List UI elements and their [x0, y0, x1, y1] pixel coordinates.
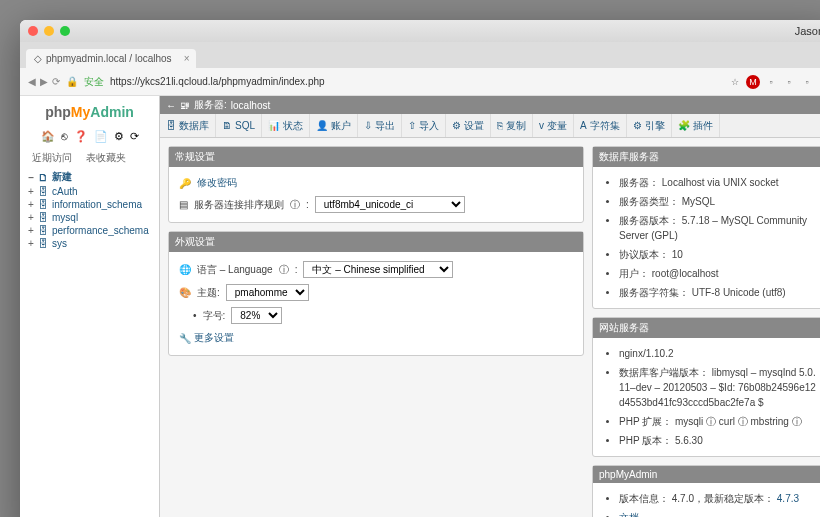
- logo: phpMyAdmin: [24, 100, 155, 128]
- help-icon[interactable]: ⓘ: [279, 263, 289, 277]
- reload-sidebar-icon[interactable]: ⟳: [130, 130, 139, 143]
- fontsize-select[interactable]: 82%: [231, 307, 282, 324]
- back-icon[interactable]: ◀: [28, 76, 36, 87]
- tab-plugins[interactable]: 🧩插件: [672, 114, 720, 137]
- forward-icon[interactable]: ▶: [40, 76, 48, 87]
- pma-link[interactable]: 文档: [619, 512, 639, 517]
- info-item: PHP 扩展： mysqli ⓘ curl ⓘ mbstring ⓘ: [619, 412, 820, 431]
- window-user: Jason: [70, 25, 820, 37]
- breadcrumb: ← 🖳 服务器: localhost: [160, 96, 820, 114]
- panels: 常规设置 🔑修改密码 ▤ 服务器连接排序规则 ⓘ: utf8mb4_unicod…: [160, 138, 820, 517]
- nav-buttons: ◀ ▶ ⟳: [28, 76, 60, 87]
- panel-header: 数据库服务器: [593, 147, 820, 167]
- content: phpMyAdmin 🏠 ⎋ ❓ 📄 ⚙ ⟳ 近期访问 表收藏夹 –🗋新建 +🗄…: [20, 96, 820, 517]
- language-select[interactable]: 中文 – Chinese simplified: [303, 261, 453, 278]
- help-icon[interactable]: ⓘ: [290, 198, 300, 212]
- sidebar-toolbar: 🏠 ⎋ ❓ 📄 ⚙ ⟳: [24, 128, 155, 149]
- version-info: 版本信息： 4.7.0，最新稳定版本： 4.7.3: [619, 489, 820, 508]
- appearance-settings-panel: 外观设置 🌐 语言 – Language ⓘ: 中文 – Chinese sim…: [168, 231, 584, 356]
- sql-icon[interactable]: 📄: [94, 130, 108, 143]
- general-settings-panel: 常规设置 🔑修改密码 ▤ 服务器连接排序规则 ⓘ: utf8mb4_unicod…: [168, 146, 584, 223]
- tab-databases[interactable]: 🗄数据库: [160, 114, 216, 137]
- pma-panel: phpMyAdmin 版本信息： 4.7.0，最新稳定版本： 4.7.3 文档 …: [592, 465, 820, 517]
- theme-select[interactable]: pmahomme: [226, 284, 309, 301]
- panel-header: 常规设置: [169, 147, 583, 167]
- panel-header: 网站服务器: [593, 318, 820, 338]
- key-icon: 🔑: [179, 178, 191, 189]
- reload-icon[interactable]: ⟳: [52, 76, 60, 87]
- info-item: 服务器版本： 5.7.18 – MySQL Community Server (…: [619, 211, 820, 245]
- panel-header: 外观设置: [169, 232, 583, 252]
- ext-icon-1[interactable]: M: [746, 75, 760, 89]
- titlebar: Jason: [20, 20, 820, 42]
- server-icon: 🖳: [180, 100, 190, 111]
- info-item: 用户： root@localhost: [619, 264, 820, 283]
- info-item: 协议版本： 10: [619, 245, 820, 264]
- language-icon: 🌐: [179, 264, 191, 275]
- db-item[interactable]: +🗄information_schema: [24, 198, 155, 211]
- tab-import[interactable]: ⇧导入: [402, 114, 446, 137]
- more-settings-link[interactable]: 🔧更多设置: [179, 327, 234, 349]
- tab-charsets[interactable]: A字符集: [574, 114, 627, 137]
- ext-icon-3[interactable]: ▫: [782, 75, 796, 89]
- tab-variables[interactable]: v变量: [533, 114, 574, 137]
- browser-window: Jason ◇ phpmyadmin.local / localhos × ◀ …: [20, 20, 820, 517]
- secure-label: 安全: [84, 75, 104, 89]
- collation-icon: ▤: [179, 199, 188, 210]
- info-item: 服务器类型： MySQL: [619, 192, 820, 211]
- tab-export[interactable]: ⇩导出: [358, 114, 402, 137]
- collation-select[interactable]: utf8mb4_unicode_ci: [315, 196, 465, 213]
- db-item[interactable]: +🗄cAuth: [24, 185, 155, 198]
- tab-favicon: ◇: [34, 53, 42, 64]
- tab-settings[interactable]: ⚙设置: [446, 114, 491, 137]
- home-icon[interactable]: 🏠: [41, 130, 55, 143]
- info-item: nginx/1.10.2: [619, 344, 820, 363]
- collation-label: 服务器连接排序规则: [194, 198, 284, 212]
- ext-icon-2[interactable]: ▫: [764, 75, 778, 89]
- minimize-window-button[interactable]: [44, 26, 54, 36]
- new-db-link[interactable]: –🗋新建: [24, 169, 155, 185]
- main: ← 🖳 服务器: localhost 🗄数据库 🗎SQL 📊状态 👤账户 ⇩导出…: [160, 96, 820, 517]
- db-item[interactable]: +🗄performance_schema: [24, 224, 155, 237]
- db-item[interactable]: +🗄mysql: [24, 211, 155, 224]
- browser-tab[interactable]: ◇ phpmyadmin.local / localhos ×: [26, 49, 196, 68]
- latest-version-link[interactable]: 4.7.3: [777, 493, 799, 504]
- info-item: 服务器字符集： UTF-8 Unicode (utf8): [619, 283, 820, 302]
- panel-header: phpMyAdmin: [593, 466, 820, 483]
- docs-icon[interactable]: ❓: [74, 130, 88, 143]
- tab-accounts[interactable]: 👤账户: [310, 114, 358, 137]
- info-item: 服务器： Localhost via UNIX socket: [619, 173, 820, 192]
- window-controls: [28, 26, 70, 36]
- theme-label: 主题:: [197, 286, 220, 300]
- tab-sql[interactable]: 🗎SQL: [216, 114, 262, 137]
- close-window-button[interactable]: [28, 26, 38, 36]
- tab-status[interactable]: 📊状态: [262, 114, 310, 137]
- recent-label[interactable]: 近期访问: [28, 149, 76, 167]
- sidebar: phpMyAdmin 🏠 ⎋ ❓ 📄 ⚙ ⟳ 近期访问 表收藏夹 –🗋新建 +🗄…: [20, 96, 160, 517]
- star-icon[interactable]: ☆: [728, 75, 742, 89]
- tab-replication[interactable]: ⎘复制: [491, 114, 533, 137]
- fontsize-label: 字号:: [203, 309, 226, 323]
- ext-icon-4[interactable]: ▫: [800, 75, 814, 89]
- web-server-panel: 网站服务器 nginx/1.10.2 数据库客户端版本： libmysql – …: [592, 317, 820, 457]
- url-field[interactable]: https://ykcs21li.qcloud.la/phpmyadmin/in…: [110, 76, 722, 87]
- nav-collapse-icon[interactable]: ←: [166, 100, 176, 111]
- favorites-label[interactable]: 表收藏夹: [82, 149, 130, 167]
- address-bar: ◀ ▶ ⟳ 🔒 安全 https://ykcs21li.qcloud.la/ph…: [20, 68, 820, 96]
- db-item[interactable]: +🗄sys: [24, 237, 155, 250]
- maximize-window-button[interactable]: [60, 26, 70, 36]
- change-password-link[interactable]: 修改密码: [197, 176, 237, 190]
- theme-icon: 🎨: [179, 287, 191, 298]
- top-toolbar: 🗄数据库 🗎SQL 📊状态 👤账户 ⇩导出 ⇧导入 ⚙设置 ⎘复制 v变量 A字…: [160, 114, 820, 138]
- close-tab-icon[interactable]: ×: [184, 53, 190, 64]
- tab-engines[interactable]: ⚙引擎: [627, 114, 672, 137]
- language-label: 语言 – Language: [197, 263, 273, 277]
- db-server-panel: 数据库服务器 服务器： Localhost via UNIX socket 服务…: [592, 146, 820, 309]
- logout-icon[interactable]: ⎋: [61, 130, 68, 143]
- db-tree: –🗋新建 +🗄cAuth +🗄information_schema +🗄mysq…: [24, 167, 155, 252]
- lock-icon: 🔒: [66, 76, 78, 87]
- wrench-icon: 🔧: [179, 333, 191, 344]
- extension-icons: ☆ M ▫ ▫ ▫ ⋮: [728, 75, 820, 89]
- info-item: 数据库客户端版本： libmysql – mysqlnd 5.0.11–dev …: [619, 363, 820, 412]
- settings-icon[interactable]: ⚙: [114, 130, 124, 143]
